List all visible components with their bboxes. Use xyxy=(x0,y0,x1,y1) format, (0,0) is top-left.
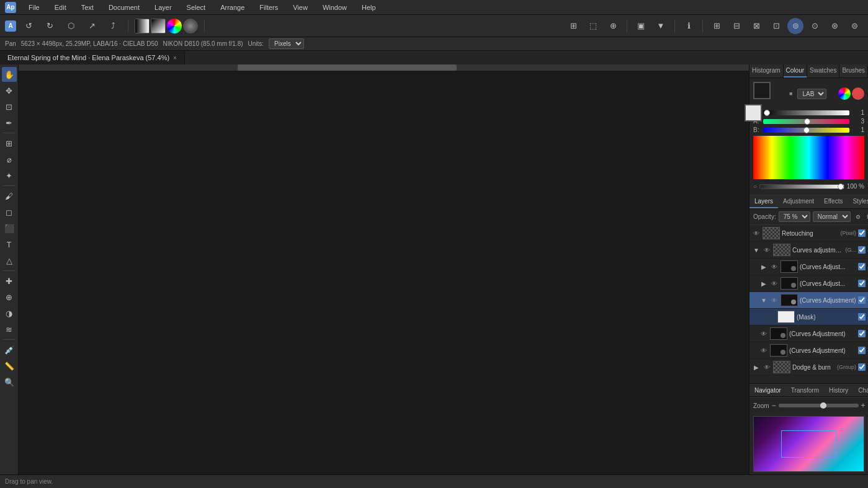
persona-btn-c[interactable]: ⊛ xyxy=(826,19,843,33)
layer-expand-btn[interactable]: ▶ xyxy=(752,363,761,371)
tone-btn-2[interactable] xyxy=(151,19,166,33)
blur-tool[interactable]: ≋ xyxy=(2,322,17,337)
pan-tool[interactable]: ✋ xyxy=(2,67,17,82)
snap-btn[interactable]: ⊕ xyxy=(604,19,622,33)
layer-expand-btn[interactable]: ▼ xyxy=(752,246,761,254)
a-slider[interactable] xyxy=(763,119,849,124)
tab-brushes[interactable]: Brushes xyxy=(839,64,868,78)
b-slider[interactable] xyxy=(763,128,849,133)
zoom-tool[interactable]: 🔍 xyxy=(2,375,17,389)
layer-btn-a[interactable]: ⊞ xyxy=(708,19,725,33)
layer-item[interactable]: ▼ 👁 Curves adjustments (G... xyxy=(749,242,868,259)
redo-button[interactable]: ↻ xyxy=(41,19,58,33)
color-gradient-picker[interactable] xyxy=(753,136,864,179)
tab-close-btn[interactable]: × xyxy=(173,55,177,61)
opacity-slider[interactable] xyxy=(759,184,844,189)
layer-visibility[interactable]: 👁 xyxy=(759,346,768,355)
eyedropper-tool[interactable]: 💉 xyxy=(2,342,17,357)
frame-btn[interactable]: ▣ xyxy=(632,19,650,33)
undo-button[interactable]: ↺ xyxy=(20,19,37,33)
text-tool[interactable]: T xyxy=(2,237,17,252)
nav-tab-transform[interactable]: Transform xyxy=(786,384,824,396)
menu-layer[interactable]: Layer xyxy=(152,2,174,12)
horizontal-scrollbar[interactable] xyxy=(19,64,749,71)
heal-tool[interactable]: ✚ xyxy=(2,273,17,288)
grid-btn[interactable]: ⊞ xyxy=(565,19,582,33)
brush-selection-tool[interactable]: ✦ xyxy=(2,168,17,183)
select-btn[interactable]: ⬚ xyxy=(584,19,602,33)
layers-blend-select[interactable]: Normal xyxy=(813,211,851,222)
layer-checkbox[interactable] xyxy=(858,229,866,237)
layer-visibility[interactable]: 👁 xyxy=(763,246,771,254)
paint-brush-tool[interactable]: 🖌 xyxy=(2,189,17,203)
menu-filters[interactable]: Filters xyxy=(257,2,280,12)
zoom-in-btn[interactable]: + xyxy=(861,401,866,410)
layer-checkbox[interactable] xyxy=(858,313,866,321)
units-select[interactable]: Pixels xyxy=(269,38,304,49)
foreground-color[interactable] xyxy=(753,82,771,99)
persona-btn-d[interactable]: ⊜ xyxy=(846,19,863,33)
layers-tab-effects[interactable]: Effects xyxy=(819,195,848,208)
info-btn[interactable]: ℹ xyxy=(680,19,697,33)
document-tab[interactable]: Eternal Spring of the Mind · Elena Paras… xyxy=(0,51,185,64)
layer-item[interactable]: ▼ 👁 (Curves Adjustment) xyxy=(749,292,868,309)
layer-expand-btn[interactable]: ▼ xyxy=(759,296,768,304)
share-button[interactable]: ⤴ xyxy=(104,19,122,33)
layer-btn-b[interactable]: ⊟ xyxy=(728,19,745,33)
zoom-out-btn[interactable]: − xyxy=(772,401,776,410)
layer-item[interactable]: ○ (Mask) xyxy=(749,309,868,326)
layer-checkbox[interactable] xyxy=(858,347,866,354)
navigator-preview[interactable] xyxy=(753,416,864,472)
nav-tab-channels[interactable]: Channels xyxy=(853,384,868,396)
eraser-tool[interactable]: ◻ xyxy=(2,205,17,220)
layer-btn-c[interactable]: ⊠ xyxy=(748,19,765,33)
layer-checkbox[interactable] xyxy=(858,296,866,304)
menu-arrange[interactable]: Arrange xyxy=(218,2,247,12)
save-button[interactable]: ⬡ xyxy=(62,19,79,33)
nav-tab-navigator[interactable]: Navigator xyxy=(749,384,786,396)
menu-text[interactable]: Text xyxy=(79,2,96,12)
persona-btn-a[interactable]: ⊚ xyxy=(787,18,803,34)
nav-tab-history[interactable]: History xyxy=(824,384,853,396)
layer-item[interactable]: 👁 Retouching (Pixel) xyxy=(749,225,868,242)
tab-histogram[interactable]: Histogram xyxy=(749,64,784,78)
layer-visibility[interactable]: 👁 xyxy=(759,329,768,338)
layer-expand-btn[interactable]: ▶ xyxy=(759,262,768,271)
layer-item[interactable]: 👁 (Curves Adjustment) xyxy=(749,326,868,342)
layer-visibility[interactable]: ○ xyxy=(767,313,776,321)
menu-document[interactable]: Document xyxy=(106,2,142,12)
layer-expand-btn[interactable]: ▶ xyxy=(759,279,768,288)
layer-btn-d[interactable]: ⊡ xyxy=(767,19,785,33)
layer-checkbox[interactable] xyxy=(858,280,866,287)
color-mode-select[interactable]: LAB xyxy=(797,89,826,99)
circle-btn[interactable] xyxy=(183,19,198,33)
crop-tool[interactable]: ⊡ xyxy=(2,99,17,114)
layer-visibility[interactable]: 👁 xyxy=(752,229,761,237)
lasso-tool[interactable]: ⌀ xyxy=(2,152,17,167)
l-slider[interactable] xyxy=(763,110,849,115)
layers-tab-layers[interactable]: Layers xyxy=(749,195,778,208)
layer-item[interactable]: ▶ 👁 (Curves Adjust... xyxy=(749,259,868,275)
color-wheel-mini[interactable] xyxy=(838,87,851,100)
menu-edit[interactable]: Edit xyxy=(52,2,69,12)
background-color[interactable] xyxy=(745,104,762,122)
layers-fx-btn[interactable]: fx xyxy=(864,212,868,222)
selection-tool[interactable]: ⊞ xyxy=(2,136,17,151)
layers-gear-btn[interactable]: ⚙ xyxy=(853,212,863,222)
fill-tool[interactable]: ⬛ xyxy=(2,221,17,236)
pen-tool[interactable]: ✒ xyxy=(2,115,17,130)
frame-btn-2[interactable]: ▼ xyxy=(652,19,669,33)
layer-item[interactable]: ▶ 👁 (Curves Adjust... xyxy=(749,275,868,292)
color-wheel-btn[interactable] xyxy=(167,19,182,33)
menu-window[interactable]: Window xyxy=(320,2,349,12)
layer-visibility[interactable]: 👁 xyxy=(770,262,779,271)
tab-swatches[interactable]: Swatches xyxy=(807,64,839,78)
layer-checkbox[interactable] xyxy=(858,330,866,337)
layer-item[interactable]: ▶ 👁 Dodge & burn (Group) xyxy=(749,359,868,376)
scrollbar-thumb[interactable] xyxy=(238,64,457,71)
layer-visibility[interactable]: 👁 xyxy=(763,363,771,371)
menu-file[interactable]: File xyxy=(26,2,42,12)
shape-tool[interactable]: △ xyxy=(2,253,17,268)
menu-select[interactable]: Select xyxy=(184,2,208,12)
layer-checkbox[interactable] xyxy=(858,363,866,371)
